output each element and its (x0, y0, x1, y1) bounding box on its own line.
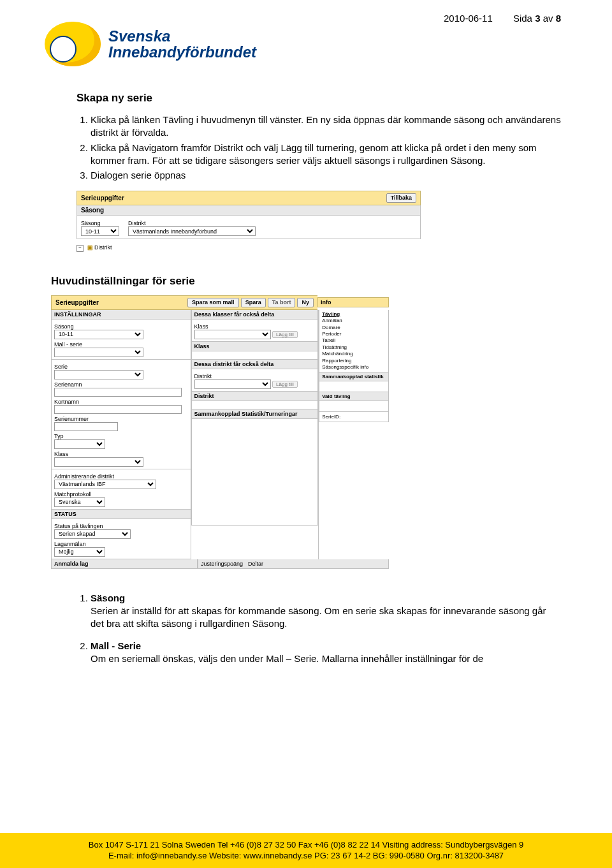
back-button[interactable]: Tillbaka (386, 193, 416, 203)
info-serieid: SerieID: (319, 412, 389, 422)
col-deltar: Deltar (248, 561, 263, 567)
hdr-distrikt-list: Distrikt (191, 392, 319, 401)
label-serie: Serie (54, 364, 188, 370)
panel-body: Säsong 10-11 Distrikt Västmanlands Inneb… (76, 216, 421, 239)
info-item[interactable]: Rapportering (322, 358, 386, 364)
label-sasong-2: Säsong (54, 323, 188, 330)
step-mall-serie: Mall - Serie Om en seriemall önskas, väl… (91, 640, 561, 666)
distrikt-tree-row: − ▣ Distrikt (76, 244, 421, 252)
add-distrikt-button[interactable]: Lägg till (272, 381, 298, 388)
select-mall[interactable] (54, 348, 143, 357)
col-instaellningar: INSTÄLLNINGAR Säsong 10-11 Mall - serie … (51, 310, 191, 559)
hdr-distrikt-delta: Dessa distrikt får också delta (191, 360, 319, 369)
label-matchprotokoll: Matchprotokoll (54, 491, 188, 497)
input-serienamn[interactable] (54, 388, 182, 397)
label-typ: Typ (54, 433, 188, 439)
collapse-icon[interactable]: − (76, 245, 84, 252)
label-admin-distrikt: Administrerande distrikt (54, 473, 188, 480)
info-item[interactable]: Tabell (322, 337, 386, 344)
panel-header-2: Serieuppgifter Spara som mall Spara Ta b… (51, 295, 317, 310)
add-klass-button[interactable]: Lägg till (272, 331, 298, 338)
hdr-klasser: Dessa klasser får också delta (191, 310, 319, 320)
heading-huvudinstallningar: Huvudinställningar för serie (51, 275, 561, 288)
hdr-klass-list: Klass (191, 342, 319, 351)
panel-header: Serieuppgifter Tillbaka (76, 191, 421, 205)
hdr-anmalda-lag: Anmälda lag (51, 559, 198, 569)
distrikt-label: Distrikt (94, 244, 112, 251)
label-status-tavling: Status på tävlingen (54, 523, 188, 529)
save-as-template-button[interactable]: Spara som mall (187, 298, 239, 307)
screenshot-serieuppgifter-small: Serieuppgifter Tillbaka Säsong Säsong 10… (76, 191, 421, 252)
input-kortnamn[interactable] (54, 405, 182, 414)
select-laganmalan[interactable]: Möjlig (54, 547, 105, 557)
hdr-status: STATUS (51, 510, 191, 519)
logo: Svenska Innebandyförbundet (45, 22, 561, 66)
new-button[interactable]: Ny (297, 298, 314, 307)
label-serienummer: Serienummer (54, 416, 188, 422)
header-meta: 2010-06-11 Sida 3 av 8 (444, 13, 561, 24)
info-item[interactable]: Säsongsspecifik info (322, 364, 386, 371)
select-distrikt[interactable]: Västmanlands Innebandyförbund (128, 226, 256, 236)
info-vald-hdr: Vald tävling (319, 392, 389, 401)
content: Skapa ny serie Klicka på länken Tävling … (51, 92, 561, 665)
label-sasong: Säsong (81, 220, 119, 226)
select-distrikt-mid[interactable] (194, 379, 271, 389)
info-tavling-link[interactable]: Tävling (322, 311, 386, 318)
sasong-bar: Säsong (76, 205, 421, 216)
info-item[interactable]: Tidsättning (322, 344, 386, 351)
step-3: Dialogen serie öppnas (91, 169, 561, 182)
info-item[interactable]: Domare (322, 325, 386, 331)
header-date: 2010-06-11 (444, 13, 493, 24)
select-sasong[interactable]: 10-11 (81, 226, 119, 236)
label-distrikt-mid: Distrikt (194, 373, 316, 379)
info-stat-hdr: Sammankopplad statistik (319, 372, 389, 381)
select-typ[interactable] (54, 439, 105, 449)
col-info: Tävling Anmälan Domare Perioder Tabell T… (318, 310, 389, 559)
footer: Box 1047 S-171 21 Solna Sweden Tel +46 (… (0, 833, 612, 868)
label-distrikt: Distrikt (128, 220, 256, 226)
label-klass: Klass (54, 451, 188, 457)
step-sasong: Säsong Serien är inställd för att skapas… (91, 592, 561, 631)
logo-mark-icon (45, 22, 101, 66)
label-klass-mid: Klass (194, 323, 316, 330)
col-klasser: Dessa klasser får också delta Klass Lägg… (191, 310, 319, 559)
select-matchprotokoll[interactable]: Svenska (54, 497, 105, 507)
select-serie[interactable] (54, 370, 143, 379)
hdr-installningar: INSTÄLLNINGAR (51, 310, 191, 320)
logo-text: Svenska Innebandyförbundet (108, 28, 256, 60)
label-kortnamn: Kortnamn (54, 399, 188, 405)
step-1: Klicka på länken Tävling i huvudmenyn ti… (91, 114, 561, 140)
info-item[interactable]: Anmälan (322, 318, 386, 324)
steps-list-1: Klicka på länken Tävling i huvudmenyn ti… (76, 114, 561, 182)
page-indicator: Sida 3 av 8 (513, 13, 561, 24)
info-header: Info (317, 297, 389, 307)
folder-icon: ▣ (87, 244, 93, 251)
select-sasong-2[interactable]: 10-11 (54, 330, 143, 339)
select-status-tavling[interactable]: Serien skapad (54, 529, 131, 539)
select-klass-mid[interactable] (194, 330, 271, 339)
col-justeringspoang: Justeringspoäng (201, 561, 243, 567)
page: 2010-06-11 Sida 3 av 8 Svenska Innebandy… (0, 0, 612, 868)
label-laganmalan: Laganmälan (54, 541, 188, 547)
label-serienamn: Serienamn (54, 381, 188, 388)
step-2: Klicka på Navigatorn framför Distrikt oc… (91, 142, 561, 168)
footer-line-1: Box 1047 S-171 21 Solna Sweden Tel +46 (… (26, 839, 586, 851)
hdr-sammankopplad: Sammankopplad Statistik/Turneringar (191, 409, 319, 419)
info-item[interactable]: Matchändring (322, 351, 386, 357)
info-item[interactable]: Perioder (322, 331, 386, 337)
input-serienummer[interactable] (54, 422, 118, 431)
footer-line-2: E-mail: info@innebandy.se Website: www.i… (26, 850, 586, 862)
select-admin-distrikt[interactable]: Västmanlands IBF (54, 480, 156, 489)
label-mall: Mall - serie (54, 341, 188, 348)
select-klass[interactable] (54, 457, 143, 467)
heading-skapa-ny-serie: Skapa ny serie (76, 92, 561, 105)
screenshot-serieuppgifter-large: Serieuppgifter Spara som mall Spara Ta b… (51, 295, 389, 569)
steps-list-2: Säsong Serien är inställd för att skapas… (76, 592, 561, 665)
save-button[interactable]: Spara (241, 298, 266, 307)
delete-button[interactable]: Ta bort (268, 298, 296, 307)
